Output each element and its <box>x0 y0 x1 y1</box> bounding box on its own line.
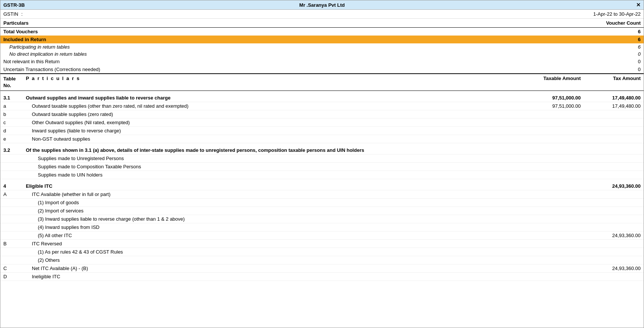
particulars-col-header: P a r t i c u l a r s <box>26 76 506 89</box>
table-header-line2: No. <box>3 83 11 88</box>
table-row: e Non-GST outward supplies <box>0 135 644 143</box>
table-row: (3) Inward supplies liable to reverse ch… <box>0 215 644 223</box>
uncertain-label: Uncertain Transactions (Corrections need… <box>3 67 100 72</box>
summary-header: Particulars Voucher Count <box>0 19 644 28</box>
table-row: 4 Eligible ITC 24,93,360.00 <box>0 182 644 190</box>
tax-amount-col-header: Tax Amount <box>581 76 641 89</box>
row-particulars: ITC Available (whether in full or part) <box>26 191 506 197</box>
row-particulars: Other Outward supplies (Nil rated, exemp… <box>26 120 506 125</box>
row-particulars: (5) All other ITC <box>26 233 506 238</box>
participating-row: Participating in return tables 6 <box>0 43 644 50</box>
main-window: GSTR-3B Mr .Saranya Pvt Ltd ✕ GSTIN : 1-… <box>0 0 644 328</box>
table-row: 3.2 Of the supplies shown in 3.1 (a) abo… <box>0 146 644 154</box>
window-title-center: Mr .Saranya Pvt Ltd <box>299 2 344 8</box>
table-row: A ITC Available (whether in full or part… <box>0 190 644 199</box>
row-table-no: d <box>3 128 26 134</box>
not-relevant-row: Not relevant in this Return 0 <box>0 58 644 65</box>
total-vouchers-value: 6 <box>638 29 641 34</box>
not-relevant-label: Not relevant in this Return <box>3 59 60 64</box>
table-row: (5) All other ITC 24,93,360.00 <box>0 232 644 240</box>
row-table-no: a <box>3 103 26 109</box>
row-particulars: (2) Others <box>26 257 506 263</box>
date-range: 1-Apr-22 to 30-Apr-22 <box>593 11 641 17</box>
window-title-left: GSTR-3B <box>3 2 25 8</box>
table-no-header: TableNo. <box>3 76 26 89</box>
row-particulars: Ineligible ITC <box>26 274 506 279</box>
table-row: Supplies made to Unregistered Persons <box>0 154 644 163</box>
table-row: (1) Import of goods <box>0 199 644 207</box>
gstin-label: GSTIN <box>3 11 18 17</box>
table-row: (2) Import of services <box>0 207 644 215</box>
row-table-no: D <box>3 274 26 279</box>
row-table-no: e <box>3 136 26 142</box>
row-spacer <box>0 143 644 146</box>
row-particulars: (1) As per rules 42 & 43 of CGST Rules <box>26 249 506 255</box>
table-row: b Outward taxable supplies (zero rated) <box>0 110 644 119</box>
gstin-colon: : <box>21 11 23 17</box>
table-row: D Ineligible ITC <box>0 273 644 281</box>
table-row: Supplies made to UIN holders <box>0 171 644 179</box>
row-spacer <box>0 91 644 94</box>
row-tax-amount: 24,93,360.00 <box>581 183 641 189</box>
row-table-no: 3.1 <box>3 95 26 101</box>
total-vouchers-label: Total Vouchers <box>3 29 38 34</box>
no-direct-value: 0 <box>638 51 641 57</box>
no-direct-label: No direct implication in return tables <box>9 51 638 57</box>
row-table-no: 4 <box>3 183 26 189</box>
table-row: a Outward taxable supplies (other than z… <box>0 102 644 110</box>
row-particulars: ITC Reversed <box>26 241 506 246</box>
table-row: d Inward supplies (liable to reverse cha… <box>0 127 644 135</box>
uncertain-value: 0 <box>638 67 641 72</box>
particulars-header: Particulars <box>3 20 28 26</box>
participating-value: 6 <box>638 44 641 50</box>
row-taxable-amount: 97,51,000.00 <box>506 103 581 109</box>
table-header: TableNo. P a r t i c u l a r s Taxable A… <box>0 74 644 91</box>
table-row: B ITC Reversed <box>0 240 644 248</box>
total-vouchers-row: Total Vouchers 6 <box>0 28 644 36</box>
taxable-amount-col-header: Taxable Amount <box>506 76 581 89</box>
no-direct-row: No direct implication in return tables 0 <box>0 50 644 58</box>
title-bar: GSTR-3B Mr .Saranya Pvt Ltd ✕ <box>0 0 644 10</box>
table-row: (1) As per rules 42 & 43 of CGST Rules <box>0 248 644 256</box>
row-taxable-amount: 97,51,000.00 <box>506 95 581 101</box>
row-particulars: Supplies made to Composition Taxable Per… <box>26 164 506 169</box>
row-table-no: C <box>3 266 26 271</box>
row-particulars: (2) Import of services <box>26 208 506 214</box>
row-particulars: Outward taxable supplies (other than zer… <box>26 103 506 109</box>
row-table-no: b <box>3 111 26 117</box>
row-particulars: Outward supplies and inward supplies lia… <box>26 95 506 101</box>
table-row: c Other Outward supplies (Nil rated, exe… <box>0 119 644 127</box>
row-tax-amount: 17,49,480.00 <box>581 103 641 109</box>
row-tax-amount: 24,93,360.00 <box>581 233 641 238</box>
gstin-row: GSTIN : 1-Apr-22 to 30-Apr-22 <box>0 10 644 19</box>
row-spacer <box>0 179 644 182</box>
table-row: (4) Inward supplies from ISD <box>0 223 644 232</box>
row-particulars: Outward taxable supplies (zero rated) <box>26 111 506 117</box>
row-particulars: (1) Import of goods <box>26 200 506 205</box>
table-row: C Net ITC Available (A) - (B) 24,93,360.… <box>0 264 644 273</box>
row-table-no: A <box>3 191 26 197</box>
row-particulars: Inward supplies (liable to reverse charg… <box>26 128 506 134</box>
participating-label: Participating in return tables <box>9 44 638 50</box>
table-row: (2) Others <box>0 256 644 264</box>
not-relevant-value: 0 <box>638 59 641 64</box>
row-particulars: (4) Inward supplies from ISD <box>26 224 506 230</box>
row-tax-amount: 17,49,480.00 <box>581 95 641 101</box>
row-particulars: Non-GST outward supplies <box>26 136 506 142</box>
row-table-no: B <box>3 241 26 246</box>
data-rows-container: 3.1 Outward supplies and inward supplies… <box>0 91 644 281</box>
close-button[interactable]: ✕ <box>636 2 641 8</box>
included-in-return-value: 6 <box>638 37 641 42</box>
row-particulars: Net ITC Available (A) - (B) <box>26 266 506 271</box>
row-particulars: Supplies made to UIN holders <box>26 172 506 178</box>
table-header-line1: Table <box>3 76 16 82</box>
row-table-no: c <box>3 120 26 125</box>
table-row: 3.1 Outward supplies and inward supplies… <box>0 94 644 102</box>
row-particulars: (3) Inward supplies liable to reverse ch… <box>26 216 506 222</box>
row-particulars: Eligible ITC <box>26 183 506 189</box>
uncertain-row: Uncertain Transactions (Corrections need… <box>0 65 644 74</box>
row-particulars: Of the supplies shown in 3.1 (a) above, … <box>26 147 506 153</box>
row-particulars: Supplies made to Unregistered Persons <box>26 156 506 161</box>
voucher-count-header: Voucher Count <box>606 20 641 26</box>
included-in-return-label: Included in Return <box>3 37 46 42</box>
